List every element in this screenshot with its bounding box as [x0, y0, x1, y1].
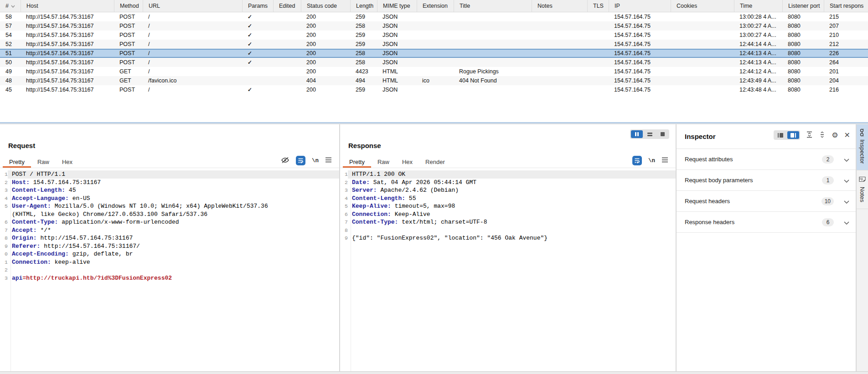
hidden-fields-eye-button[interactable] — [281, 157, 289, 165]
column-header-time[interactable]: Time — [734, 0, 782, 12]
cell-method: GET — [114, 67, 143, 76]
response-tab-raw[interactable]: Raw — [371, 156, 396, 168]
cell-time: 13:00:27 4 A... — [734, 31, 782, 40]
column-header-length[interactable]: Length — [350, 0, 377, 12]
inspector-section-request-headers[interactable]: Request headers10 — [677, 191, 856, 212]
settings-button[interactable]: ⚙ — [832, 132, 838, 139]
side-tab-label: Inspector — [859, 139, 866, 164]
dock-left-button[interactable] — [775, 131, 786, 139]
request-editor[interactable]: 1POST / HTTP/1.12Host: 154.57.164.75:311… — [0, 168, 339, 371]
dock-right-button[interactable] — [787, 131, 799, 139]
response-editor[interactable]: 1HTTP/1.1 200 OK2Date: Sat, 04 Apr 2026 … — [340, 168, 676, 371]
response-tab-render[interactable]: Render — [419, 156, 451, 168]
table-row[interactable]: 57http://154.57.164.75:31167POST/✓200258… — [0, 21, 868, 31]
line-number: 2 — [0, 266, 8, 274]
http-history-table: #HostMethodURLParamsEditedStatus codeLen… — [0, 0, 868, 94]
cell-length: 258 — [350, 21, 377, 31]
cell-title — [454, 40, 532, 49]
expand-all-button[interactable] — [819, 131, 826, 139]
column-header-label: URL — [149, 0, 160, 12]
single-pane-layout-button[interactable] — [656, 130, 668, 138]
column-header-label: Params — [248, 0, 268, 12]
line-number: 4 — [0, 195, 8, 203]
collapse-all-button[interactable] — [806, 131, 813, 139]
response-toolbar: \n — [632, 156, 668, 165]
line-number: 4 — [340, 195, 348, 203]
cell-status: 200 — [301, 67, 350, 76]
table-row[interactable]: 49http://154.57.164.75:31167GET/2004423H… — [0, 67, 868, 76]
editor-menu-button[interactable] — [325, 157, 332, 164]
word-wrap-button[interactable] — [296, 156, 305, 165]
inspector-section-response-headers[interactable]: Response headers6 — [677, 212, 856, 233]
count-badge: 10 — [822, 197, 834, 205]
newline-icon: \n — [648, 158, 655, 164]
column-header-params[interactable]: Params — [242, 0, 273, 12]
request-tab-raw[interactable]: Raw — [31, 156, 56, 168]
cell-listener-port: 8080 — [782, 85, 824, 94]
cell-start-response: 210 — [824, 31, 868, 40]
cell-mime: HTML — [377, 67, 417, 76]
side-tab-inspector[interactable]: Inspector — [857, 124, 868, 170]
table-row[interactable]: 50http://154.57.164.75:31167POST/✓200258… — [0, 58, 868, 67]
cell-listener-port: 8080 — [782, 67, 824, 76]
line-number: 3 — [0, 186, 8, 195]
column-header-cookies[interactable]: Cookies — [671, 0, 734, 12]
column-header-listener-port[interactable]: Listener port — [782, 0, 824, 12]
cell-mime: JSON — [377, 49, 417, 58]
editor-menu-button[interactable] — [661, 157, 668, 164]
cell-edited — [273, 21, 301, 31]
collapse-all-icon — [806, 131, 813, 139]
cell-extension — [417, 21, 454, 31]
table-row[interactable]: 45http://154.57.164.75:31167POST/✓200259… — [0, 85, 868, 94]
column-header-tls[interactable]: TLS — [587, 0, 609, 12]
cell-params: ✓ — [242, 85, 273, 94]
column-header-mime-type[interactable]: MIME type — [377, 0, 417, 12]
split-rows-layout-button[interactable] — [644, 130, 656, 138]
column-header-ip[interactable]: IP — [609, 0, 671, 12]
side-tab-notes[interactable]: Notes — [857, 170, 868, 209]
inspector-close-button[interactable]: ✕ — [844, 132, 850, 139]
table-row[interactable]: 52http://154.57.164.75:31167POST/✓200259… — [0, 40, 868, 49]
cell-edited — [273, 76, 301, 85]
table-row[interactable]: 48http://154.57.164.75:31167GET/favicon.… — [0, 76, 868, 85]
column-header-start-respons[interactable]: Start respons — [824, 0, 868, 12]
cell-host: http://154.57.164.75:31167 — [21, 12, 114, 21]
editor-line: 2Date: Sat, 04 Apr 2026 05:44:14 GMT — [340, 179, 676, 187]
response-tab-hex[interactable]: Hex — [396, 156, 419, 168]
inspector-section-request-attributes[interactable]: Request attributes2 — [677, 149, 856, 170]
show-newlines-button[interactable]: \n — [648, 158, 655, 164]
expand-all-icon — [819, 131, 826, 139]
inspector-section-request-body-parameters[interactable]: Request body parameters1 — [677, 170, 856, 191]
column-header-host[interactable]: Host — [21, 0, 114, 12]
column-header-col[interactable]: # — [0, 0, 21, 12]
word-wrap-button[interactable] — [632, 156, 642, 165]
response-tabs: PrettyRawHexRender — [340, 156, 676, 168]
column-header-title[interactable]: Title — [454, 0, 532, 12]
cell-mime: JSON — [377, 21, 417, 31]
column-header-extension[interactable]: Extension — [417, 0, 454, 12]
column-header-url[interactable]: URL — [143, 0, 242, 12]
cell-listener-port: 8080 — [782, 31, 824, 40]
table-row[interactable]: 54http://154.57.164.75:31167POST/✓200259… — [0, 31, 868, 40]
column-header-method[interactable]: Method — [114, 0, 143, 12]
request-tab-hex[interactable]: Hex — [56, 156, 79, 168]
cell-mime: HTML — [377, 76, 417, 85]
split-columns-icon — [635, 132, 639, 136]
request-tab-pretty[interactable]: Pretty — [3, 156, 31, 168]
column-header-status-code[interactable]: Status code — [301, 0, 350, 12]
column-header-notes[interactable]: Notes — [532, 0, 587, 12]
editor-layout-toggle — [630, 129, 669, 139]
burp-proxy-http-history-screen: #HostMethodURLParamsEditedStatus codeLen… — [0, 0, 868, 374]
split-columns-layout-button[interactable] — [631, 130, 643, 138]
dock-left-icon — [778, 133, 783, 138]
inspector-panel: Inspector ⚙✕ Request attributes2Request … — [677, 124, 856, 371]
gutter-separator — [351, 168, 351, 371]
column-header-edited[interactable]: Edited — [273, 0, 301, 12]
show-newlines-button[interactable]: \n — [312, 158, 319, 164]
response-tab-pretty[interactable]: Pretty — [343, 156, 371, 168]
line-number: 7 — [0, 226, 8, 235]
table-row[interactable]: 58http://154.57.164.75:31167POST/✓200259… — [0, 12, 868, 21]
cell-ip: 154.57.164.75 — [609, 21, 671, 31]
cell-edited — [273, 58, 301, 67]
table-row[interactable]: 51http://154.57.164.75:31167POST/✓200258… — [0, 49, 868, 58]
